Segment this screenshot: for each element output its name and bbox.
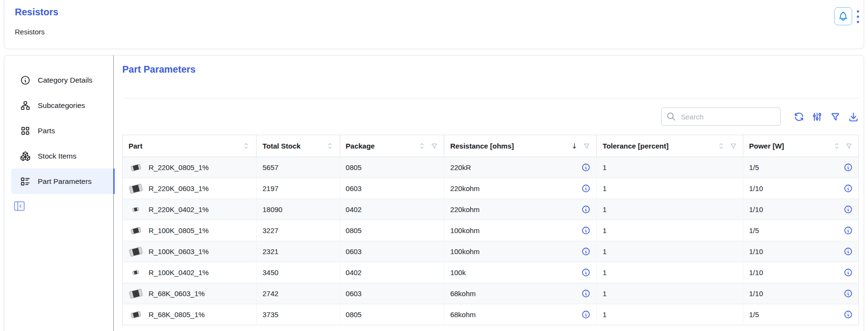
part-thumbnail [129, 182, 143, 196]
download-icon[interactable] [848, 111, 859, 122]
overflow-menu-button[interactable] [855, 10, 861, 24]
column-filter-icon[interactable] [430, 142, 438, 150]
info-icon[interactable] [581, 163, 590, 172]
part-cell[interactable]: R_68K_0603_1% [123, 283, 257, 304]
part-cell[interactable]: R_220K_0805_1% [123, 157, 257, 178]
notifications-button[interactable] [834, 7, 852, 25]
part-cell[interactable]: R_100K_0603_1% [123, 241, 257, 262]
power-value: 1/5 [749, 226, 759, 235]
total-stock-value: 5657 [262, 163, 278, 171]
package-value: 0603 [346, 247, 362, 256]
table-row[interactable]: R_220K_0805_1% 5657 0805 220kR 1 1/5 [123, 157, 859, 178]
power-value: 1/10 [749, 268, 763, 277]
sidebar-item-category-details[interactable]: Category Details [11, 67, 114, 93]
part-name: R_100K_0805_1% [149, 226, 209, 235]
part-cell[interactable]: R_220K_0402_1% [123, 199, 257, 220]
part-parameters-table: Part Total Stock Package [122, 135, 859, 325]
column-filter-icon[interactable] [845, 142, 853, 150]
resistance-cell: 100kohm [444, 220, 597, 241]
info-icon[interactable] [581, 268, 590, 277]
info-icon[interactable] [844, 247, 853, 256]
table-row[interactable]: R_68K_0603_1% 2742 0603 68kohm 1 1/10 [123, 283, 859, 304]
part-cell[interactable]: R_100K_0402_1% [123, 262, 257, 283]
info-icon[interactable] [581, 205, 590, 214]
refresh-icon[interactable] [793, 111, 804, 122]
sidebar-item-parts[interactable]: Parts [11, 118, 114, 143]
sidebar-collapse-button[interactable] [13, 200, 26, 213]
info-icon[interactable] [844, 226, 853, 235]
table-row[interactable]: R_100K_0805_1% 3227 0805 100kohm 1 1/5 [123, 220, 859, 241]
resistor-chip-image [131, 227, 141, 234]
info-icon[interactable] [581, 184, 590, 193]
info-icon[interactable] [844, 310, 853, 319]
resistance-value: 100k [450, 268, 466, 277]
part-thumbnail [129, 224, 143, 238]
table-row[interactable]: R_100K_0402_1% 3450 0402 100k 1 1/10 [123, 262, 859, 283]
resistance-cell: 68kohm [444, 304, 597, 325]
tolerance-cell: 1 [597, 283, 743, 304]
info-icon[interactable] [844, 163, 853, 172]
sort-icon[interactable] [717, 142, 725, 150]
power-value: 1/10 [749, 205, 763, 214]
package-value: 0805 [346, 226, 362, 235]
part-thumbnail [129, 160, 143, 175]
resistance-value: 68kohm [450, 310, 475, 319]
column-header-power[interactable]: Power [W] [743, 135, 859, 157]
adjustments-icon[interactable] [812, 111, 823, 122]
resistance-cell: 220kohm [444, 178, 597, 199]
table-row[interactable]: R_100K_0603_1% 2321 0603 100kohm 1 1/10 [123, 241, 859, 262]
column-label: Resistance [ohms] [450, 142, 514, 150]
column-header-part[interactable]: Part [123, 135, 257, 157]
column-header-tolerance[interactable]: Tolerance [percent] [597, 135, 743, 157]
info-icon[interactable] [844, 184, 853, 193]
package-cell: 0805 [340, 304, 444, 325]
sidebar-item-subcategories[interactable]: Subcategories [11, 93, 114, 118]
sidebar-item-part-parameters[interactable]: Part Parameters [11, 169, 114, 194]
sort-icon[interactable] [326, 142, 334, 150]
tolerance-cell: 1 [597, 157, 743, 178]
table-row[interactable]: R_220K_0603_1% 2197 0603 220kohm 1 1/10 [123, 178, 859, 199]
info-icon[interactable] [844, 289, 853, 298]
table-row[interactable]: R_220K_0402_1% 18090 0402 220kohm 1 1/10 [123, 199, 859, 220]
info-circle-icon [20, 75, 31, 85]
resistance-value: 100kohm [450, 226, 480, 235]
sort-icon[interactable] [242, 142, 250, 150]
tolerance-cell: 1 [597, 262, 743, 283]
part-cell[interactable]: R_100K_0805_1% [123, 220, 257, 241]
column-header-total-stock[interactable]: Total Stock [257, 135, 340, 157]
info-icon[interactable] [844, 268, 853, 277]
info-icon[interactable] [581, 289, 590, 298]
sidebar-item-stock-items[interactable]: Stock Items [11, 143, 114, 169]
part-cell[interactable]: R_68K_0805_1% [123, 304, 257, 325]
package-value: 0402 [346, 268, 362, 277]
table-toolbar [122, 107, 859, 126]
part-thumbnail [129, 266, 143, 280]
sort-icon[interactable] [833, 142, 841, 150]
tolerance-value: 1 [602, 205, 606, 214]
package-value: 0402 [346, 205, 362, 214]
sitemap-icon [20, 100, 31, 111]
part-thumbnail [129, 203, 143, 217]
filter-icon[interactable] [830, 111, 841, 122]
search-input[interactable] [661, 107, 781, 126]
column-filter-icon[interactable] [729, 142, 737, 150]
column-label: Part [129, 142, 142, 150]
column-filter-icon[interactable] [583, 142, 590, 150]
info-icon[interactable] [581, 226, 590, 235]
sort-descending-icon[interactable] [570, 142, 579, 150]
breadcrumb[interactable]: Resistors [15, 28, 45, 36]
info-icon[interactable] [581, 310, 590, 319]
info-icon[interactable] [581, 247, 590, 256]
panel-sidebar: Category Details Subcategories Parts Sto… [4, 55, 114, 331]
column-header-resistance[interactable]: Resistance [ohms] [444, 135, 597, 157]
package-cell: 0402 [340, 262, 444, 283]
table-row[interactable]: R_68K_0805_1% 3735 0805 68kohm 1 1/5 [123, 304, 859, 325]
column-header-package[interactable]: Package [340, 135, 444, 157]
power-cell: 1/10 [743, 283, 859, 304]
info-icon[interactable] [844, 205, 853, 214]
part-name: R_68K_0603_1% [149, 289, 205, 298]
tolerance-cell: 1 [597, 304, 743, 325]
sort-icon[interactable] [418, 142, 426, 150]
tolerance-value: 1 [602, 268, 606, 277]
part-cell[interactable]: R_220K_0603_1% [123, 178, 257, 199]
